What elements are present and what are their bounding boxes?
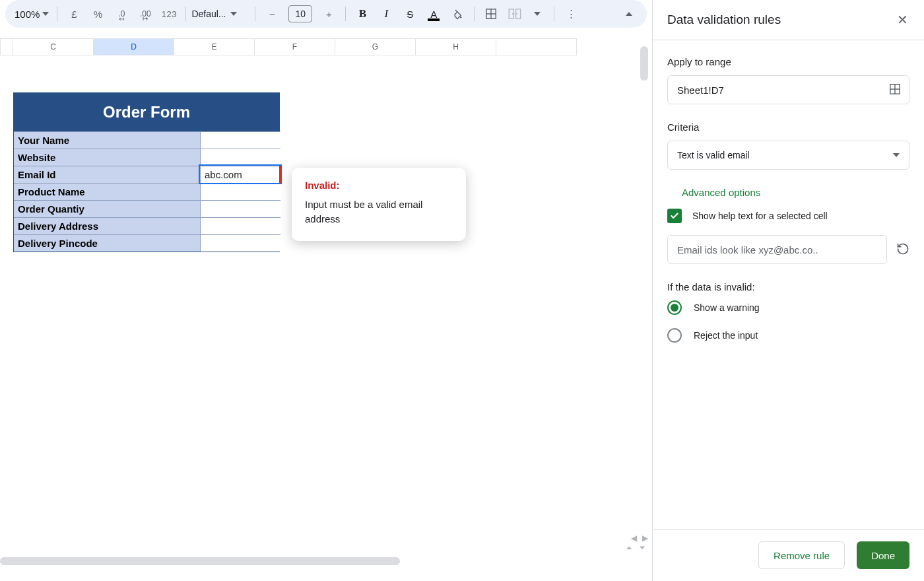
- form-value-name[interactable]: [200, 131, 280, 149]
- order-form-table: Order Form Your Name Website Email Idabc…: [13, 92, 280, 252]
- caret-down-icon: [893, 153, 900, 157]
- strikethrough-button[interactable]: S: [399, 3, 421, 24]
- font-family-dropdown[interactable]: Defaul...: [191, 9, 249, 19]
- form-label-website[interactable]: Website: [14, 149, 200, 166]
- form-value-qty[interactable]: [200, 200, 280, 217]
- form-label-email[interactable]: Email Id: [14, 166, 200, 183]
- spreadsheet-area: C D E F G H Order Form Your Name Website…: [0, 38, 652, 581]
- collapse-toolbar-button[interactable]: [618, 3, 640, 24]
- toolbar-separator: [185, 7, 186, 21]
- help-text-checkbox[interactable]: [667, 209, 682, 223]
- paint-bucket-icon: [451, 8, 463, 20]
- plus-icon: +: [326, 9, 332, 20]
- criteria-label: Criteria: [667, 121, 909, 133]
- form-value-pin[interactable]: [200, 234, 280, 252]
- toolbar-separator: [345, 7, 346, 21]
- bold-icon: B: [359, 7, 366, 20]
- zoom-value: 100%: [15, 9, 40, 20]
- font-size-input[interactable]: [288, 5, 312, 22]
- tooltip-body: Input must be a valid email address: [305, 197, 453, 226]
- text-color-button[interactable]: A: [422, 3, 445, 24]
- italic-button[interactable]: I: [375, 3, 397, 24]
- form-label-qty[interactable]: Order Quantiy: [14, 200, 200, 217]
- column-header-d[interactable]: D: [94, 38, 174, 55]
- reset-help-text-button[interactable]: [896, 242, 909, 257]
- zoom-dropdown[interactable]: 100%: [12, 9, 51, 20]
- cell-text: abc.com: [205, 169, 242, 180]
- minus-icon: −: [269, 9, 275, 20]
- toolbar-separator: [554, 7, 554, 21]
- strike-icon: S: [407, 9, 413, 20]
- help-text-input[interactable]: [667, 235, 887, 264]
- merge-cells-button[interactable]: [504, 3, 526, 24]
- toolbar-separator: [57, 7, 57, 21]
- svg-point-0: [460, 17, 461, 18]
- decrease-decimal-button[interactable]: .0 ↤: [110, 3, 133, 24]
- fill-color-button[interactable]: [446, 3, 469, 24]
- increase-font-size-button[interactable]: +: [317, 3, 340, 24]
- numformat-icon: 123: [162, 9, 177, 19]
- criteria-dropdown[interactable]: Text is valid email: [667, 141, 909, 170]
- reject-input-radio-label: Reject the input: [694, 330, 758, 341]
- number-format-button[interactable]: 123: [158, 3, 180, 24]
- close-panel-button[interactable]: ✕: [897, 12, 908, 28]
- form-label-product[interactable]: Product Name: [14, 183, 200, 200]
- more-vertical-icon: ⋮: [566, 8, 576, 20]
- form-value-website[interactable]: [200, 149, 280, 166]
- pound-icon: £: [71, 9, 77, 20]
- invalid-data-label: If the data is invalid:: [667, 281, 909, 292]
- column-header-h[interactable]: H: [416, 38, 496, 55]
- form-value-product[interactable]: [200, 183, 280, 200]
- percent-format-button[interactable]: %: [86, 3, 109, 24]
- check-icon: [670, 211, 679, 221]
- formatting-toolbar: 100% £ % .0 ↤ .00 ↦ 123 Defaul... − + B …: [5, 0, 647, 28]
- remove-rule-button[interactable]: Remove rule: [758, 541, 845, 569]
- advanced-options-toggle[interactable]: Advanced options: [682, 187, 909, 198]
- borders-icon: [485, 8, 497, 20]
- vertical-scrollbar[interactable]: [640, 46, 648, 81]
- currency-format-button[interactable]: £: [63, 3, 85, 24]
- criteria-value: Text is valid email: [677, 150, 750, 160]
- more-toolbar-button[interactable]: ⋮: [560, 3, 582, 24]
- horizontal-scrollbar[interactable]: [0, 557, 400, 565]
- decrease-font-size-button[interactable]: −: [261, 3, 283, 24]
- sheet-nav-arrows: ▲ ▼: [0, 541, 652, 556]
- borders-button[interactable]: [480, 3, 502, 24]
- column-header-c[interactable]: C: [13, 38, 94, 55]
- italic-icon: I: [385, 7, 389, 20]
- merge-icon: [508, 9, 521, 19]
- form-label-pin[interactable]: Delivery Pincode: [14, 234, 200, 252]
- grid-select-icon[interactable]: [889, 83, 901, 97]
- refresh-icon: [896, 242, 909, 256]
- form-value-email[interactable]: abc.com: [200, 166, 280, 183]
- tooltip-title: Invalid:: [305, 180, 453, 191]
- toolbar-separator: [474, 7, 475, 21]
- form-value-addr[interactable]: [200, 217, 280, 234]
- caret-down-icon: [534, 12, 541, 16]
- show-warning-radio-label: Show a warning: [694, 302, 760, 313]
- range-input[interactable]: [676, 84, 889, 96]
- form-title: Order Form: [14, 93, 279, 131]
- increase-decimal-button[interactable]: .00 ↦: [134, 3, 156, 24]
- chevron-up-icon: [626, 12, 632, 16]
- caret-down-icon: [230, 12, 237, 16]
- close-icon: ✕: [897, 13, 908, 27]
- column-header-f[interactable]: F: [255, 38, 335, 55]
- column-headers: C D E F G H: [0, 38, 652, 55]
- merge-dropdown-button[interactable]: [526, 3, 548, 24]
- show-warning-radio[interactable]: [667, 300, 682, 315]
- data-validation-panel: Data validation rules ✕ Apply to range C…: [652, 0, 924, 581]
- form-label-name[interactable]: Your Name: [14, 131, 200, 149]
- validation-error-flag: [279, 166, 282, 184]
- column-header[interactable]: [496, 38, 577, 55]
- toolbar-separator: [255, 7, 255, 21]
- form-label-addr[interactable]: Delivery Address: [14, 217, 200, 234]
- column-header-g[interactable]: G: [335, 38, 416, 55]
- bold-button[interactable]: B: [351, 3, 374, 24]
- column-header-e[interactable]: E: [174, 38, 255, 55]
- done-button[interactable]: Done: [857, 541, 909, 569]
- column-header[interactable]: [0, 38, 13, 55]
- range-input-box[interactable]: [667, 75, 909, 104]
- reject-input-radio[interactable]: [667, 328, 682, 343]
- validation-tooltip: Invalid: Input must be a valid email add…: [292, 168, 466, 241]
